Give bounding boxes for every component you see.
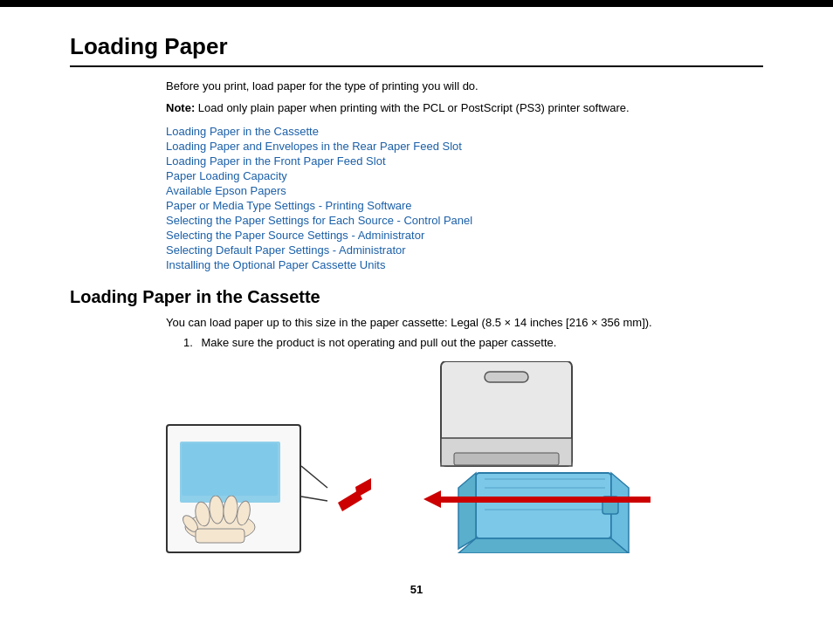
list-item[interactable]: Installing the Optional Paper Cassette U… xyxy=(166,258,763,271)
list-item[interactable]: Paper or Media Type Settings - Printing … xyxy=(166,199,763,212)
step-1: 1. Make sure the product is not operatin… xyxy=(183,336,763,349)
svg-marker-17 xyxy=(458,538,629,553)
top-bar xyxy=(0,0,833,7)
note-text: Note: Load only plain paper when printin… xyxy=(166,101,763,114)
link-default-paper-admin[interactable]: Selecting Default Paper Settings - Admin… xyxy=(166,243,406,257)
links-list: Loading Paper in the Cassette Loading Pa… xyxy=(166,125,763,271)
illustration-area xyxy=(166,361,763,553)
connector-arrow xyxy=(301,440,371,553)
step-list: 1. Make sure the product is not operatin… xyxy=(183,336,763,349)
link-optional-cassette[interactable]: Installing the Optional Paper Cassette U… xyxy=(166,258,385,271)
link-paper-source-admin[interactable]: Selecting the Paper Source Settings - Ad… xyxy=(166,229,424,242)
svg-marker-16 xyxy=(458,473,476,549)
intro-text: Before you print, load paper for the typ… xyxy=(166,79,763,92)
list-item[interactable]: Loading Paper in the Front Paper Feed Sl… xyxy=(166,154,763,168)
link-front-feed[interactable]: Loading Paper in the Front Paper Feed Sl… xyxy=(166,154,386,168)
link-cassette[interactable]: Loading Paper in the Cassette xyxy=(166,125,319,138)
link-rear-feed[interactable]: Loading Paper and Envelopes in the Rear … xyxy=(166,140,462,153)
svg-marker-10 xyxy=(355,478,371,497)
link-epson-papers[interactable]: Available Epson Papers xyxy=(166,184,286,197)
section-title: Loading Paper in the Cassette xyxy=(70,287,763,307)
svg-rect-6 xyxy=(196,529,244,543)
list-item[interactable]: Selecting Default Paper Settings - Admin… xyxy=(166,243,763,257)
section-intro: You can load paper up to this size in th… xyxy=(166,316,763,329)
svg-rect-14 xyxy=(454,453,559,465)
main-title: Loading Paper xyxy=(70,33,763,67)
link-media-type[interactable]: Paper or Media Type Settings - Printing … xyxy=(166,199,412,212)
list-item[interactable]: Available Epson Papers xyxy=(166,184,763,197)
page-number: 51 xyxy=(0,583,833,596)
list-item[interactable]: Selecting the Paper Source Settings - Ad… xyxy=(166,229,763,242)
svg-rect-12 xyxy=(485,372,528,382)
link-paper-settings-panel[interactable]: Selecting the Paper Settings for Each So… xyxy=(166,214,472,227)
note-label: Note: xyxy=(166,101,195,114)
list-item[interactable]: Paper Loading Capacity xyxy=(166,169,763,182)
svg-line-8 xyxy=(301,497,327,501)
printer-closeup-box xyxy=(166,424,301,553)
printer-body-svg xyxy=(371,361,659,553)
svg-rect-15 xyxy=(476,473,611,538)
svg-line-7 xyxy=(301,466,327,488)
list-item[interactable]: Loading Paper in the Cassette xyxy=(166,125,763,138)
printer-with-cassette xyxy=(371,361,659,553)
note-content: Load only plain paper when printing with… xyxy=(198,101,630,114)
list-item[interactable]: Loading Paper and Envelopes in the Rear … xyxy=(166,140,763,153)
step-number: 1. xyxy=(183,336,193,349)
list-item[interactable]: Selecting the Paper Settings for Each So… xyxy=(166,214,763,227)
link-capacity[interactable]: Paper Loading Capacity xyxy=(166,169,287,182)
step-1-text: Make sure the product is not operating a… xyxy=(201,336,556,349)
